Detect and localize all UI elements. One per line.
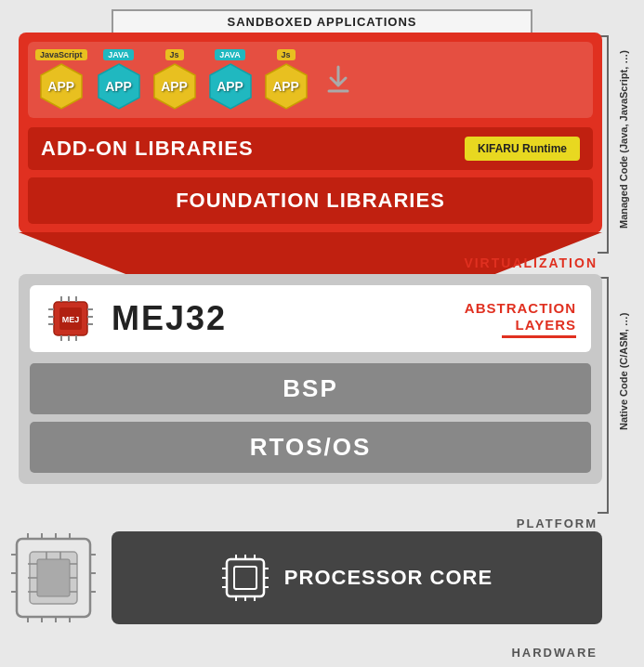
addon-title: ADD-ON LIBRARIES [41,137,254,161]
sandboxed-label: SANDBOXED APPLICATIONS [112,9,532,34]
app-label-1: APP [47,79,74,94]
native-code-label: Native Code (C/ASM, …) [611,279,637,464]
abstraction-label: ABSTRACTIONLAYERS [465,300,576,334]
rtos-row: RTOS/OS [30,422,591,473]
app-label-4: APP [217,79,243,94]
rtos-title: RTOS/OS [250,433,372,461]
processor-text: PROCESSOR CORE [284,566,493,590]
app-label-2: APP [105,79,132,94]
app-badge-js-3: Js [165,49,184,60]
app-item-5: Js APP [262,49,310,111]
app-hexagon-1: APP [37,62,85,111]
platform-label: PLATFORM [517,517,598,530]
foundation-title: FOUNDATION LIBRARIES [176,189,445,212]
circuit-board-icon [9,531,98,624]
gray-section: MEJ MEJ32 ABSTRACTIONLAYERS BSP RTOS/OS [19,274,602,484]
diagram-container: SANDBOXED APPLICATIONS Managed Code (Jav… [0,0,644,667]
managed-code-label: Managed Code (Java, JavaScript, …) [611,37,637,242]
mej-chip-icon: MEJ [45,293,97,345]
svg-rect-50 [234,567,256,589]
svg-rect-49 [227,559,264,596]
app-badge-js-5: Js [277,49,296,60]
app-badge-java-4: JAVA [215,49,245,60]
apps-row: JavaScript APP JAVA APP [28,42,593,118]
abstraction-block: ABSTRACTIONLAYERS [465,300,576,338]
virtualization-label: VIRTUALIZATION [464,255,598,270]
svg-rect-38 [37,559,70,596]
processor-chip-icon [221,554,269,602]
hardware-label: HARDWARE [511,646,598,660]
app-hexagon-4: APP [206,62,255,111]
mej-title: MEJ32 [112,299,227,338]
mej-row: MEJ MEJ32 ABSTRACTIONLAYERS [30,285,591,352]
processor-section: PROCESSOR CORE [112,531,602,624]
app-hexagon-3: APP [151,62,199,111]
foundation-libraries-row: FOUNDATION LIBRARIES [28,177,593,224]
app-hexagon-2: APP [95,62,143,111]
abstraction-underline [502,335,576,338]
app-badge-js-1: JavaScript [35,49,87,60]
addon-libraries-row: ADD-ON LIBRARIES KIFARU Runtime [28,127,593,170]
kifaru-badge: KIFARU Runtime [465,137,580,161]
svg-text:MEJ: MEJ [62,315,80,324]
app-item-4: JAVA APP [206,49,255,111]
bsp-row: BSP [30,363,591,414]
app-hexagon-5: APP [262,62,310,111]
download-icon [318,59,359,100]
app-label-5: APP [272,79,299,94]
app-item-3: Js APP [151,49,199,111]
app-label-3: APP [161,79,188,94]
red-section: JavaScript APP JAVA APP [19,33,602,233]
bsp-title: BSP [283,374,337,402]
app-badge-java-2: JAVA [103,49,134,60]
app-item-1: JavaScript APP [35,49,87,111]
app-item-2: JAVA APP [95,49,143,111]
